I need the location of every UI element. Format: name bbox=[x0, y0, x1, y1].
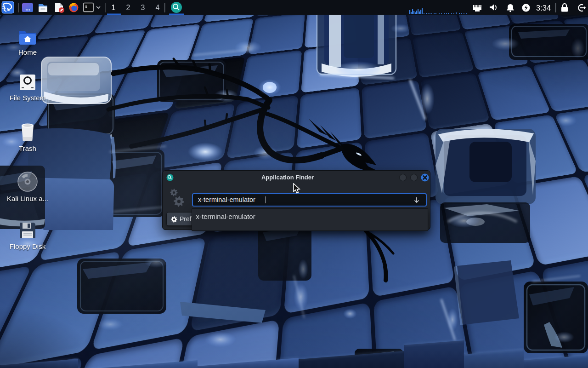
svg-text:1: 1 bbox=[112, 4, 116, 12]
svg-text:2: 2 bbox=[126, 4, 130, 12]
svg-text:3:34: 3:34 bbox=[536, 4, 551, 12]
svg-text:4: 4 bbox=[156, 4, 160, 12]
svg-text:$_: $_ bbox=[85, 5, 90, 9]
svg-text:3: 3 bbox=[141, 4, 145, 12]
